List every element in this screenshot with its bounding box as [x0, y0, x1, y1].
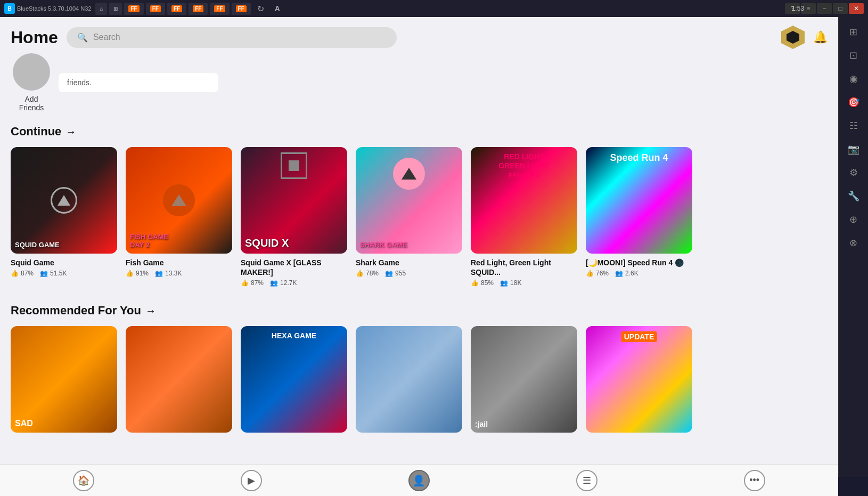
avatar-nav-icon: 👤	[408, 470, 430, 477]
rec-card-sad[interactable]: SAD	[11, 326, 117, 437]
squid-rating: 👍 87%	[11, 270, 34, 277]
sidebar-icon-9[interactable]: ⊕	[843, 209, 864, 230]
continue-game-grid: SQUID GAME Squid Game 👍 87% 👥 51.5K	[11, 147, 828, 287]
ff-tab-6[interactable]: FF	[232, 3, 251, 15]
sidebar-icon-8[interactable]: 🔧	[843, 185, 864, 207]
game-card-speedrun[interactable]: Speed Run 4 [🌙MOON!] Speed Run 4 🌑 👍 76%…	[586, 147, 692, 287]
squidx-stats: 👍 87% 👥 12.7K	[241, 279, 347, 287]
sidebar-icon-7[interactable]: ⚙	[843, 162, 864, 183]
maximize-button[interactable]: □	[833, 3, 848, 14]
close-button[interactable]: ✕	[849, 3, 864, 14]
squid-thumb-text: SQUID GAME	[15, 241, 113, 249]
ff-tab-1[interactable]: FF	[124, 3, 143, 15]
recommended-arrow: →	[145, 305, 156, 317]
blue-thumbnail	[356, 326, 462, 433]
nav-avatar[interactable]: 👤	[398, 466, 440, 477]
speedrun-stats: 👍 76% 👥 2.6K	[586, 270, 692, 277]
more-nav-icon: •••	[744, 470, 765, 477]
search-bar[interactable]: 🔍	[67, 27, 397, 48]
continue-arrow: →	[65, 126, 76, 138]
title-bar: B BlueStacks 5.3.70.1004 N32 ⌂ ⊞ FF FF F…	[0, 0, 868, 17]
game-card-squid[interactable]: SQUID GAME Squid Game 👍 87% 👥 51.5K	[11, 147, 117, 287]
fish-players: 👥 13.3K	[155, 270, 182, 277]
bottom-nav: 🏠 ▶ 👤 ☰ •••	[0, 464, 838, 477]
nav-home[interactable]: 🏠	[62, 466, 105, 477]
ff-tab-3[interactable]: FF	[167, 3, 186, 15]
ff-tab-4[interactable]: FF	[189, 3, 208, 15]
ff-tab-2[interactable]: FF	[146, 3, 165, 15]
hexagon-button[interactable]	[781, 26, 805, 49]
game-card-shark[interactable]: SHARK GAME Shark Game 👍 78% 👥 955	[356, 147, 462, 287]
recommended-title: Recommended For You	[11, 304, 141, 318]
recommended-game-grid: SAD HEXA GAME	[11, 326, 828, 437]
continue-section-header[interactable]: Continue →	[11, 125, 828, 139]
ff-tab-5[interactable]: FF	[210, 3, 229, 15]
title-tabs: ⌂ ⊞ FF FF FF FF FF FF ↻ A	[95, 3, 781, 15]
update-thumbnail: UPDATE	[586, 326, 692, 433]
redlight-stats: 👍 85% 👥 18K	[471, 279, 577, 287]
title-time: 1:53	[792, 5, 804, 12]
squid-name: Squid Game	[11, 258, 117, 267]
sad-thumbnail: SAD	[11, 326, 117, 433]
nav-more[interactable]: •••	[733, 466, 776, 477]
home-tab[interactable]: ⌂	[95, 3, 107, 15]
right-sidebar: ⊞ ⊡ ◉ 🎯 ☷ 📷 ⚙ 🔧 ⊕ ⊗	[838, 17, 868, 477]
fish-thumbnail: FISH GAMEDAY 2	[126, 147, 232, 254]
fish-rating: 👍 91%	[126, 270, 149, 277]
sidebar-icon-10[interactable]: ⊗	[843, 232, 864, 254]
sidebar-icon-1[interactable]: ⊞	[843, 21, 864, 43]
squid-stats: 👍 87% 👥 51.5K	[11, 270, 117, 277]
play-nav-icon: ▶	[241, 470, 262, 477]
continue-title: Continue	[11, 125, 61, 139]
squid-thumbnail: SQUID GAME	[11, 147, 117, 254]
bell-icon[interactable]: 🔔	[813, 30, 828, 44]
content-area: Home 🔍 🔔 Add Friends friend	[0, 17, 838, 477]
add-friends-label: Add Friends	[13, 95, 50, 112]
shark-name: Shark Game	[356, 258, 462, 267]
players-icon: 👥	[40, 270, 48, 277]
rec-card-blue[interactable]	[356, 326, 462, 437]
like-icon: 👍	[11, 270, 19, 277]
friends-input-area[interactable]: friends.	[59, 73, 218, 92]
refresh-tab[interactable]: ↻	[253, 3, 268, 15]
search-icon: 🔍	[77, 32, 88, 43]
game-card-squidx[interactable]: SQUID X Squid Game X [GLASS MAKER!] 👍 87…	[241, 147, 347, 287]
squid-players: 👥 51.5K	[40, 270, 67, 277]
game2-thumbnail	[126, 326, 232, 433]
shark-thumb-text: SHARK GAME	[360, 241, 458, 249]
redlight-thumbnail: RED LIGHTGREEN LIGHTEPISODE 6	[471, 147, 577, 254]
redlight-name: Red Light, Green Light SQUID...	[471, 258, 577, 277]
game-card-fish[interactable]: FISH GAMEDAY 2 Fish Game 👍 91% 👥 13.	[126, 147, 232, 287]
rec-card-jail[interactable]: :jail	[471, 326, 577, 437]
main-layout: Home 🔍 🔔 Add Friends friend	[0, 17, 868, 477]
fish-thumb-text: FISH GAMEDAY 2	[130, 233, 228, 249]
game-card-redlight[interactable]: RED LIGHTGREEN LIGHTEPISODE 6 Red Light,…	[471, 147, 577, 287]
shark-thumbnail: SHARK GAME	[356, 147, 462, 254]
add-friends-section: Add Friends friends.	[11, 53, 828, 112]
sidebar-icon-4[interactable]: 🎯	[843, 92, 864, 113]
nav-list[interactable]: ☰	[566, 466, 608, 477]
friends-placeholder: friends.	[67, 78, 92, 87]
a-tab[interactable]: A	[271, 3, 284, 15]
page-content: Add Friends friends. Continue →	[0, 53, 838, 465]
shark-stats: 👍 78% 👥 955	[356, 270, 462, 277]
sidebar-icon-2[interactable]: ⊡	[843, 45, 864, 66]
nav-play[interactable]: ▶	[230, 466, 273, 477]
fish-name: Fish Game	[126, 258, 232, 267]
speedrun-thumbnail: Speed Run 4	[586, 147, 692, 254]
app-name: BlueStacks 5.3.70.1004 N32	[17, 5, 91, 12]
minimize-button[interactable]: −	[817, 3, 832, 14]
rec-card-hexa[interactable]: HEXA GAME	[241, 326, 347, 437]
sidebar-icon-3[interactable]: ◉	[843, 68, 864, 90]
avatar-circle	[13, 53, 50, 91]
multi-tab[interactable]: ⊞	[109, 3, 122, 15]
jail-thumbnail: :jail	[471, 326, 577, 433]
page-header: Home 🔍 🔔	[0, 17, 838, 53]
sidebar-icon-5[interactable]: ☷	[843, 115, 864, 136]
rec-card-update[interactable]: UPDATE	[586, 326, 692, 437]
sidebar-icon-6[interactable]: 📷	[843, 139, 864, 160]
search-input[interactable]	[93, 32, 386, 42]
rec-card-2[interactable]	[126, 326, 232, 437]
app-logo: B BlueStacks 5.3.70.1004 N32	[4, 3, 91, 14]
recommended-section-header[interactable]: Recommended For You →	[11, 304, 828, 318]
